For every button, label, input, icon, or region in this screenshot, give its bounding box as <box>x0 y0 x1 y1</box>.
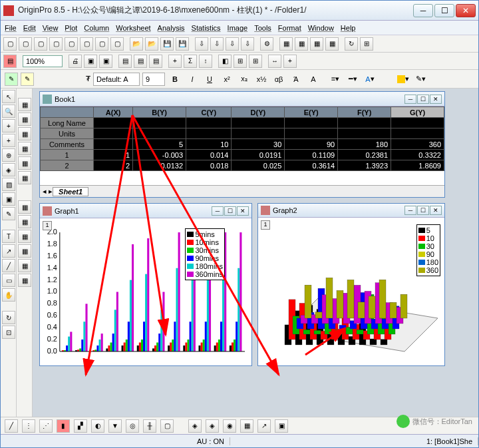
vt-e[interactable]: ▦ <box>18 156 31 170</box>
menu-help[interactable]: Help <box>341 24 356 32</box>
vt-h[interactable]: ▦ <box>18 215 31 228</box>
layer-1-icon[interactable]: 1 <box>43 221 52 230</box>
contour-button[interactable]: ◉ <box>223 419 236 433</box>
import-wizard-button[interactable]: ⇩ <box>195 37 208 51</box>
menu-plot[interactable]: Plot <box>65 24 77 32</box>
graph1-canvas[interactable]: 1 0.00.20.40.60.81.01.21.41.61.82.0 5min… <box>40 218 251 365</box>
pointer-icon[interactable]: ↖ <box>2 90 15 103</box>
mask-icon[interactable]: ▨ <box>2 178 15 191</box>
minimize-button[interactable]: ─ <box>413 4 433 17</box>
menu-format[interactable]: Format <box>278 24 301 32</box>
graph1-close[interactable]: ✕ <box>237 206 249 216</box>
polar-plot-button[interactable]: ◎ <box>126 419 139 433</box>
zoom-rect-icon[interactable]: ⊡ <box>2 326 15 339</box>
fill-color-button[interactable]: ▾ <box>396 73 410 86</box>
menu-edit[interactable]: Edit <box>23 24 36 32</box>
font-color-button[interactable]: A▾ <box>363 73 377 86</box>
new-graph-button[interactable]: ▢ <box>49 37 63 51</box>
pan-tool-icon[interactable]: ✋ <box>2 288 15 302</box>
menu-file[interactable]: File <box>5 24 17 32</box>
line-style-button[interactable]: ≡▾ <box>328 73 343 86</box>
vt-g[interactable]: ▦ <box>18 200 31 214</box>
subscript-button[interactable]: x₂ <box>237 73 251 86</box>
menu-view[interactable]: View <box>43 24 59 32</box>
rect-tool-icon[interactable]: ▭ <box>2 274 15 287</box>
superscript-button[interactable]: x² <box>220 73 234 86</box>
open-template-button[interactable]: 📂 <box>145 37 158 51</box>
new-notes-button[interactable]: ▢ <box>95 37 108 51</box>
text-tool-icon[interactable]: T <box>2 230 15 243</box>
import-multi-button[interactable]: ⇩ <box>226 37 239 51</box>
edit-tool[interactable]: ✎ <box>21 73 34 86</box>
save-template-button[interactable]: 💾 <box>176 37 189 51</box>
save-button[interactable]: 💾 <box>160 37 174 51</box>
slide-show-button[interactable]: ▣ <box>84 55 97 68</box>
new-matrix-button[interactable]: ▢ <box>65 37 78 51</box>
close-button[interactable]: ✕ <box>456 4 476 17</box>
vt-b[interactable]: ▦ <box>18 112 31 126</box>
graph2-window[interactable]: Graph2 ─ ☐ ✕ 1 51030901803 <box>257 203 445 366</box>
bold-button[interactable]: B <box>168 73 182 86</box>
layer-1-icon[interactable]: 1 <box>261 220 270 230</box>
book1-titlebar[interactable]: Book1 ─ ☐ ✕ <box>40 92 444 107</box>
vt-c[interactable]: ▦ <box>18 127 31 140</box>
print-button[interactable]: 🖨 <box>69 55 82 68</box>
vt-a[interactable]: ▦ <box>18 98 31 111</box>
menu-analysis[interactable]: Analysis <box>158 24 185 32</box>
column-plot-button[interactable]: ▮ <box>57 419 70 433</box>
decrease-font-button[interactable]: A <box>306 73 321 86</box>
book1-max[interactable]: ☐ <box>417 95 429 104</box>
underline-button[interactable]: U <box>202 73 217 86</box>
results-log-button[interactable]: ▤ <box>118 55 132 68</box>
batch-button[interactable]: ⚙ <box>260 37 273 51</box>
increase-font-button[interactable]: Ά <box>289 73 303 86</box>
graph1-window[interactable]: Graph1 ─ ☐ ✕ 1 0.00.20.40.60.81.01.21.41… <box>39 203 252 366</box>
sheet-nav[interactable]: ◂ ▸ <box>43 187 53 196</box>
book1-window[interactable]: Book1 ─ ☐ ✕ A(X)B(Y)C(Y)D(Y)E(Y)F(Y)G(Y)… <box>39 91 445 198</box>
line-symbol-button[interactable]: ⋰ <box>39 419 53 433</box>
graph2-close[interactable]: ✕ <box>430 206 442 215</box>
new-workbook-button[interactable]: ▢ <box>19 37 32 51</box>
greek-button[interactable]: αβ <box>271 73 286 86</box>
region-icon[interactable]: ▣ <box>2 192 15 206</box>
open-button[interactable]: 📂 <box>130 37 143 51</box>
graph2-min[interactable]: ─ <box>404 206 416 215</box>
vt-j[interactable]: ▦ <box>18 244 31 258</box>
add-column-button[interactable]: + <box>168 55 182 68</box>
draw-data-icon[interactable]: ✎ <box>2 207 15 220</box>
vector-button[interactable]: ↗ <box>257 419 271 433</box>
template-button[interactable]: ▣ <box>275 419 288 433</box>
data-selector-icon[interactable]: ⊕ <box>2 148 15 162</box>
graph2-legend[interactable]: 5103090180360 <box>416 224 440 276</box>
layout-3-button[interactable]: ▦ <box>310 37 323 51</box>
add-button[interactable]: + <box>283 55 297 68</box>
vt-l[interactable]: ▦ <box>18 274 31 287</box>
graph2-max[interactable]: ☐ <box>417 206 429 215</box>
layout-1-button[interactable]: ▦ <box>279 37 293 51</box>
line-width-button[interactable]: ━▾ <box>345 73 360 86</box>
pie-plot-button[interactable]: ◐ <box>91 419 104 433</box>
menu-window[interactable]: Window <box>308 24 334 32</box>
menu-tools[interactable]: Tools <box>254 24 271 32</box>
stats-button[interactable]: Σ <box>184 55 197 68</box>
scatter-plot-button[interactable]: ⋮ <box>22 419 35 433</box>
recalc-button[interactable]: ▤ <box>149 55 162 68</box>
mask-button[interactable]: ◧ <box>218 55 232 68</box>
line-plot-button[interactable]: ╱ <box>5 419 18 433</box>
duplicate-button[interactable]: ⊞ <box>360 37 373 51</box>
copy-button[interactable]: ⊞ <box>234 55 247 68</box>
zoom-in-icon[interactable]: 🔍 <box>2 105 15 118</box>
rescale-button[interactable]: ↔ <box>268 55 281 68</box>
data-cursor-icon[interactable]: ◈ <box>2 163 15 176</box>
line-color-button[interactable]: ✎▾ <box>413 73 428 86</box>
3d-bars-button[interactable]: ◈ <box>206 419 219 433</box>
reimport-button[interactable]: ⇩ <box>241 37 254 51</box>
refresh-button[interactable]: ↻ <box>345 37 358 51</box>
image-plot-button[interactable]: ▦ <box>240 419 253 433</box>
graph1-min[interactable]: ─ <box>212 206 224 216</box>
data-reader-icon[interactable]: + <box>2 119 15 132</box>
pointer-tool[interactable]: ✎ <box>5 73 18 86</box>
menu-image[interactable]: Image <box>228 24 248 32</box>
graph2-titlebar[interactable]: Graph2 ─ ☐ ✕ <box>258 204 444 218</box>
code-builder-button[interactable]: ▤ <box>134 55 147 68</box>
